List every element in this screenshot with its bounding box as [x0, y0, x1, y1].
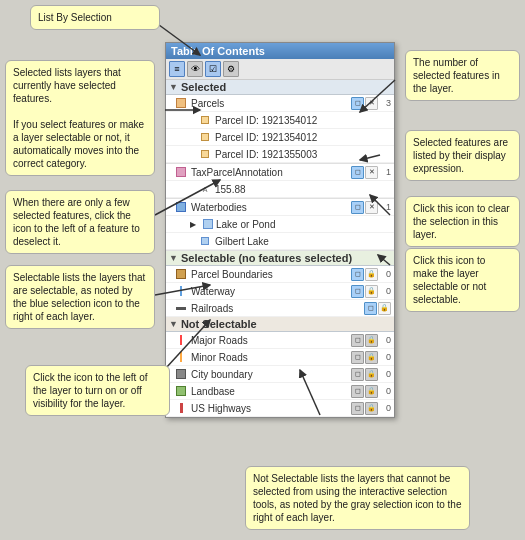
minor-roads-select-icon[interactable]: ◻: [351, 351, 364, 364]
minor-roads-toggle-icon[interactable]: 🔒: [365, 351, 378, 364]
parcel2-name: Parcel ID: 1921354012: [215, 132, 391, 143]
landbase-controls: ◻ 🔒 0: [351, 385, 391, 398]
major-roads-vis-icon[interactable]: [174, 333, 188, 347]
parcel1-name: Parcel ID: 1921354012: [215, 115, 391, 126]
minor-roads-row: Minor Roads ◻ 🔒 0: [166, 349, 394, 366]
selectable-category-header: ▼ Selectable (no features selected): [166, 251, 394, 266]
highways-vis-icon[interactable]: [174, 401, 188, 415]
lake-row: ▶ Lake or Pond: [166, 216, 394, 233]
parcel-bounds-toggle-icon[interactable]: 🔒: [365, 268, 378, 281]
landbase-toggle-icon[interactable]: 🔒: [365, 385, 378, 398]
waterway-select-icon[interactable]: ◻: [351, 285, 364, 298]
water-clear-icon[interactable]: ✕: [365, 201, 378, 214]
landbase-count: 0: [381, 386, 391, 396]
tax-visibility-icon[interactable]: [174, 165, 188, 179]
water-layer-row: Waterbodies ◻ ✕ 1: [166, 199, 394, 216]
major-roads-controls: ◻ 🔒 0: [351, 334, 391, 347]
water-name: Waterbodies: [191, 202, 348, 213]
parcel-bounds-controls: ◻ 🔒 0: [351, 268, 391, 281]
city-name: City boundary: [191, 369, 348, 380]
parcels-select-icon[interactable]: ◻: [351, 97, 364, 110]
few-features-text: When there are only a few selected featu…: [13, 197, 140, 247]
highways-toggle-icon[interactable]: 🔒: [365, 402, 378, 415]
few-features-callout: When there are only a few selected featu…: [5, 190, 155, 254]
minor-roads-vis-icon[interactable]: [174, 350, 188, 364]
parcels-count: 3: [381, 98, 391, 108]
tax-value: 155.88: [215, 184, 391, 195]
major-roads-name: Major Roads: [191, 335, 348, 346]
tax-select-icon[interactable]: ◻: [351, 166, 364, 179]
railroad-select-icon[interactable]: ◻: [364, 302, 377, 315]
list-by-selection-icon[interactable]: ☑: [205, 61, 221, 77]
num-selected-text: The number of selected features in the l…: [413, 57, 500, 94]
waterway-name: Waterway: [191, 286, 348, 297]
selectable-category-label: Selectable (no features selected): [181, 252, 352, 264]
waterway-vis-icon[interactable]: [174, 284, 188, 298]
major-roads-toggle-icon[interactable]: 🔒: [365, 334, 378, 347]
waterway-toggle-icon[interactable]: 🔒: [365, 285, 378, 298]
city-toggle-icon[interactable]: 🔒: [365, 368, 378, 381]
highways-count: 0: [381, 403, 391, 413]
landbase-name: Landbase: [191, 386, 348, 397]
city-vis-icon[interactable]: [174, 367, 188, 381]
tax-val-icon[interactable]: A: [198, 182, 212, 196]
water-visibility-icon[interactable]: [174, 200, 188, 214]
expand-not-selectable-icon[interactable]: ▼: [169, 319, 178, 329]
selectable-text: Selectable lists the layers that are sel…: [13, 272, 145, 322]
water-count: 1: [381, 202, 391, 212]
display-expr-text: Selected features are listed by their di…: [413, 137, 508, 174]
expand-selectable-icon[interactable]: ▼: [169, 253, 178, 263]
parcel-bounds-count: 0: [381, 269, 391, 279]
city-count: 0: [381, 369, 391, 379]
railroad-vis-icon[interactable]: [174, 301, 188, 315]
waterway-controls: ◻ 🔒 0: [351, 285, 391, 298]
toc-toolbar: ≡ 👁 ☑ ⚙: [166, 59, 394, 80]
parcel-bounds-vis-icon[interactable]: [174, 267, 188, 281]
display-expr-callout: Selected features are listed by their di…: [405, 130, 520, 181]
parcel-bounds-name: Parcel Boundaries: [191, 269, 348, 280]
tax-val-row: A 155.88: [166, 181, 394, 198]
parcel3-deselect-icon[interactable]: [198, 147, 212, 161]
list-by-selection-label: List By Selection: [38, 12, 112, 23]
highways-row: US Highways ◻ 🔒 0: [166, 400, 394, 417]
tax-name: TaxParcelAnnotation: [191, 167, 348, 178]
water-select-icon[interactable]: ◻: [351, 201, 364, 214]
lake-expand-icon[interactable]: ▶: [186, 217, 200, 231]
list-by-source-icon[interactable]: ≡: [169, 61, 185, 77]
num-selected-callout: The number of selected features in the l…: [405, 50, 520, 101]
railroad-controls: ◻ 🔒: [364, 302, 391, 315]
major-roads-select-icon[interactable]: ◻: [351, 334, 364, 347]
railroad-toggle-icon[interactable]: 🔒: [378, 302, 391, 315]
selected-layers-text: Selected lists layers that currently hav…: [13, 67, 144, 169]
parcels-visibility-icon[interactable]: [174, 96, 188, 110]
waterway-row: Waterway ◻ 🔒 0: [166, 283, 394, 300]
tax-clear-icon[interactable]: ✕: [365, 166, 378, 179]
landbase-vis-icon[interactable]: [174, 384, 188, 398]
tax-controls: ◻ ✕ 1: [351, 166, 391, 179]
expand-selected-icon[interactable]: ▼: [169, 82, 178, 92]
parcel3-name: Parcel ID: 1921355003: [215, 149, 391, 160]
toc-title: Table Of Contents: [171, 45, 265, 57]
highways-controls: ◻ 🔒 0: [351, 402, 391, 415]
toc-header: Table Of Contents: [166, 43, 394, 59]
parcels-name: Parcels: [191, 98, 348, 109]
make-selectable-callout: Click this icon to make the layer select…: [405, 248, 520, 312]
city-select-icon[interactable]: ◻: [351, 368, 364, 381]
highways-select-icon[interactable]: ◻: [351, 402, 364, 415]
not-selectable-callout: Not Selectable lists the layers that can…: [245, 466, 470, 530]
landbase-select-icon[interactable]: ◻: [351, 385, 364, 398]
gilbert-row: Gilbert Lake: [166, 233, 394, 250]
city-controls: ◻ 🔒 0: [351, 368, 391, 381]
water-controls: ◻ ✕ 1: [351, 201, 391, 214]
parcels-clear-icon[interactable]: ✕: [365, 97, 378, 110]
major-roads-count: 0: [381, 335, 391, 345]
parcel-bounds-select-icon[interactable]: ◻: [351, 268, 364, 281]
gilbert-icon[interactable]: [198, 234, 212, 248]
parcel3-row: Parcel ID: 1921355003: [166, 146, 394, 163]
toc-panel: Table Of Contents ≡ 👁 ☑ ⚙ ▼ Selected Par…: [165, 42, 395, 418]
parcel2-deselect-icon[interactable]: [198, 130, 212, 144]
list-by-visibility-icon[interactable]: 👁: [187, 61, 203, 77]
parcel1-deselect-icon[interactable]: [198, 113, 212, 127]
options-icon[interactable]: ⚙: [223, 61, 239, 77]
not-selectable-category-header: ▼ Not Selectable: [166, 317, 394, 332]
